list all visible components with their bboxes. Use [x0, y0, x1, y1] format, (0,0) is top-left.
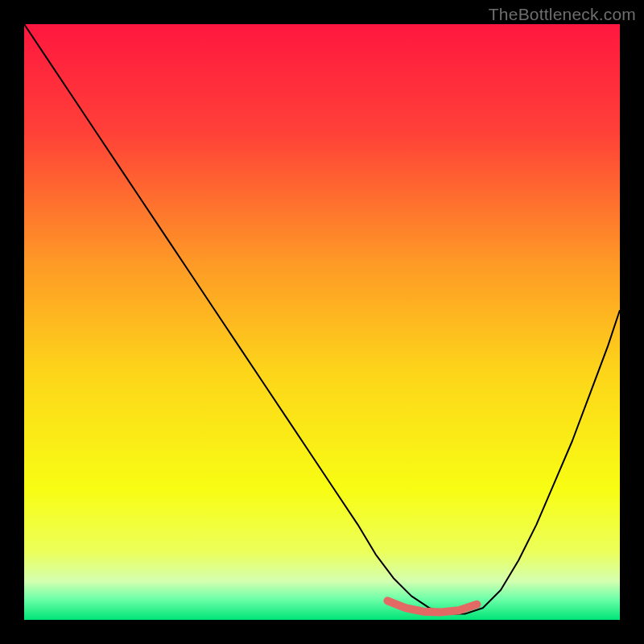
gradient-background [24, 24, 620, 620]
chart-frame [24, 24, 620, 620]
bottleneck-chart [24, 24, 620, 620]
watermark-text: TheBottleneck.com [489, 5, 636, 24]
